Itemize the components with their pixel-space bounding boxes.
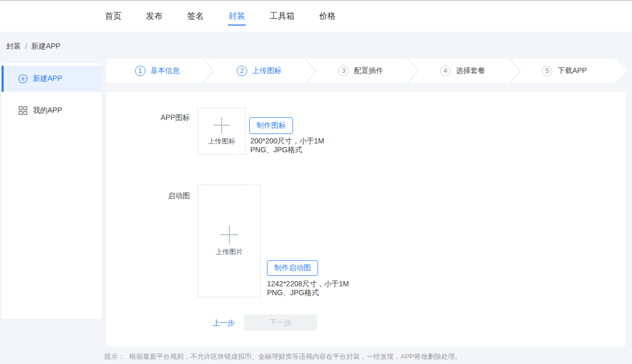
sidebar-item-label: 新建APP: [33, 74, 62, 83]
note-prefix: 提示：: [104, 353, 125, 360]
previous-step-link[interactable]: 上一步: [213, 319, 235, 328]
app-icon-hint-line2: PNG、JPG格式: [250, 145, 324, 154]
step-number: 5: [542, 66, 552, 76]
grid-icon: [18, 106, 28, 115]
nav-item-publish[interactable]: 发布: [145, 8, 163, 26]
platform-rules-note: 提示：根据最新平台规则，不允许区块链虚拟币、金融理财类等违规内容在平台封装，一经…: [104, 352, 461, 361]
next-step-button[interactable]: 下一步: [244, 314, 317, 331]
sidebar-item-new-app[interactable]: 新建APP: [2, 66, 102, 92]
step-number: 1: [135, 66, 145, 76]
sidebar-item-my-app[interactable]: 我的APP: [2, 98, 102, 124]
step-download-app: 5 下载APP: [514, 59, 615, 83]
upload-form-panel: APP图标 上传图标 制作图标 200*200尺寸，小于1M PNG、JPG格式…: [106, 92, 626, 346]
step-label: 上传图标: [252, 66, 282, 76]
make-splash-button[interactable]: 制作启动图: [267, 260, 318, 276]
nav-item-price[interactable]: 价格: [319, 8, 336, 26]
splash-hint-line1: 1242*2208尺寸，小于1M: [267, 280, 349, 288]
step-upload-icon: 2 上传图标: [208, 59, 310, 83]
step-label: 选择套餐: [456, 66, 485, 76]
nav-item-toolbox[interactable]: 工具箱: [269, 8, 295, 26]
step-label: 基本信息: [151, 66, 180, 76]
plus-icon: [214, 117, 229, 133]
nav-item-package[interactable]: 封装: [228, 8, 246, 26]
make-icon-button[interactable]: 制作图标: [249, 117, 293, 134]
upload-box-text: 上传图片: [216, 247, 243, 257]
splash-image-label: 启动图: [151, 191, 190, 201]
app-icon-hint-line1: 200*200尺寸，小于1M: [250, 137, 324, 145]
splash-image-hint: 1242*2208尺寸，小于1M PNG、JPG格式: [267, 280, 349, 297]
header: 首页 发布 签名 封装 工具箱 价格: [0, 1, 632, 32]
sidebar: 新建APP 我的APP: [2, 63, 102, 319]
step-number: 3: [338, 66, 349, 76]
breadcrumb: 封装 / 新建APP: [6, 42, 60, 51]
note-text: 根据最新平台规则，不允许区块链虚拟币、金融理财类等违规内容在平台封装，一经发现，…: [129, 353, 461, 360]
app-icon-label: APP图标: [151, 113, 190, 123]
nav-item-home[interactable]: 首页: [104, 8, 122, 26]
app-icon-hint: 200*200尺寸，小于1M PNG、JPG格式: [250, 137, 324, 154]
step-configure-plugins: 3 配置插件: [310, 59, 411, 83]
step-label: 配置插件: [354, 66, 383, 76]
step-wizard: 1 基本信息 2 上传图标 3 配置插件 4 选择套餐 5 下载APP: [106, 59, 615, 83]
app-icon-upload-box[interactable]: 上传图标: [198, 108, 246, 155]
step-label: 下载APP: [557, 66, 587, 76]
breadcrumb-current: 新建APP: [31, 42, 60, 51]
plus-circle-icon: [18, 74, 28, 83]
step-number: 4: [440, 66, 451, 76]
step-basic-info: 1 基本信息: [106, 59, 208, 83]
step-number: 2: [237, 66, 247, 76]
main-nav: 首页 发布 签名 封装 工具箱 价格: [104, 1, 336, 32]
breadcrumb-parent[interactable]: 封装: [6, 42, 21, 51]
splash-image-upload-box[interactable]: 上传图片: [198, 185, 261, 297]
splash-hint-line2: PNG、JPG格式: [267, 288, 349, 297]
nav-item-sign[interactable]: 签名: [187, 8, 204, 26]
breadcrumb-separator: /: [25, 42, 27, 51]
step-select-plan: 4 选择套餐: [412, 59, 514, 83]
sidebar-item-label: 我的APP: [33, 106, 62, 115]
plus-icon: [221, 226, 238, 244]
upload-box-text: 上传图标: [208, 137, 235, 146]
